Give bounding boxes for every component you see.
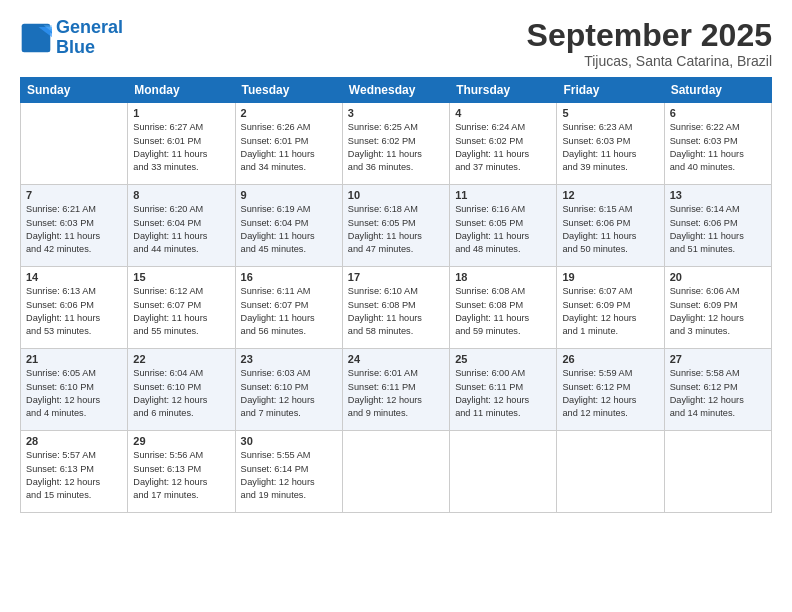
calendar-cell: 28Sunrise: 5:57 AM Sunset: 6:13 PM Dayli… [21, 431, 128, 513]
day-number: 12 [562, 189, 658, 201]
logo-line2: Blue [56, 37, 95, 57]
calendar-week-2: 7Sunrise: 6:21 AM Sunset: 6:03 PM Daylig… [21, 185, 772, 267]
calendar-cell: 20Sunrise: 6:06 AM Sunset: 6:09 PM Dayli… [664, 267, 771, 349]
calendar-cell: 1Sunrise: 6:27 AM Sunset: 6:01 PM Daylig… [128, 103, 235, 185]
calendar-cell: 12Sunrise: 6:15 AM Sunset: 6:06 PM Dayli… [557, 185, 664, 267]
calendar-cell [21, 103, 128, 185]
day-info: Sunrise: 6:22 AM Sunset: 6:03 PM Dayligh… [670, 121, 766, 174]
day-number: 2 [241, 107, 337, 119]
month-title: September 2025 [527, 18, 772, 53]
header: General Blue September 2025 Tijucas, San… [20, 18, 772, 69]
day-number: 18 [455, 271, 551, 283]
day-info: Sunrise: 6:10 AM Sunset: 6:08 PM Dayligh… [348, 285, 444, 338]
calendar-cell: 18Sunrise: 6:08 AM Sunset: 6:08 PM Dayli… [450, 267, 557, 349]
day-info: Sunrise: 6:25 AM Sunset: 6:02 PM Dayligh… [348, 121, 444, 174]
day-number: 24 [348, 353, 444, 365]
day-info: Sunrise: 5:59 AM Sunset: 6:12 PM Dayligh… [562, 367, 658, 420]
day-number: 6 [670, 107, 766, 119]
day-number: 21 [26, 353, 122, 365]
calendar-cell [664, 431, 771, 513]
calendar-cell: 2Sunrise: 6:26 AM Sunset: 6:01 PM Daylig… [235, 103, 342, 185]
calendar-cell [342, 431, 449, 513]
day-info: Sunrise: 5:57 AM Sunset: 6:13 PM Dayligh… [26, 449, 122, 502]
day-number: 4 [455, 107, 551, 119]
day-info: Sunrise: 5:55 AM Sunset: 6:14 PM Dayligh… [241, 449, 337, 502]
calendar-week-5: 28Sunrise: 5:57 AM Sunset: 6:13 PM Dayli… [21, 431, 772, 513]
calendar-cell: 16Sunrise: 6:11 AM Sunset: 6:07 PM Dayli… [235, 267, 342, 349]
day-number: 29 [133, 435, 229, 447]
day-info: Sunrise: 6:12 AM Sunset: 6:07 PM Dayligh… [133, 285, 229, 338]
day-number: 26 [562, 353, 658, 365]
calendar-table: SundayMondayTuesdayWednesdayThursdayFrid… [20, 77, 772, 513]
header-row: SundayMondayTuesdayWednesdayThursdayFrid… [21, 78, 772, 103]
day-number: 8 [133, 189, 229, 201]
day-info: Sunrise: 6:21 AM Sunset: 6:03 PM Dayligh… [26, 203, 122, 256]
day-info: Sunrise: 6:06 AM Sunset: 6:09 PM Dayligh… [670, 285, 766, 338]
day-number: 28 [26, 435, 122, 447]
calendar-cell: 5Sunrise: 6:23 AM Sunset: 6:03 PM Daylig… [557, 103, 664, 185]
calendar-cell: 30Sunrise: 5:55 AM Sunset: 6:14 PM Dayli… [235, 431, 342, 513]
day-info: Sunrise: 6:11 AM Sunset: 6:07 PM Dayligh… [241, 285, 337, 338]
logo: General Blue [20, 18, 123, 58]
day-info: Sunrise: 6:08 AM Sunset: 6:08 PM Dayligh… [455, 285, 551, 338]
day-number: 27 [670, 353, 766, 365]
day-number: 13 [670, 189, 766, 201]
day-number: 25 [455, 353, 551, 365]
day-number: 17 [348, 271, 444, 283]
calendar-cell: 11Sunrise: 6:16 AM Sunset: 6:05 PM Dayli… [450, 185, 557, 267]
calendar-cell: 15Sunrise: 6:12 AM Sunset: 6:07 PM Dayli… [128, 267, 235, 349]
day-number: 22 [133, 353, 229, 365]
calendar-cell: 21Sunrise: 6:05 AM Sunset: 6:10 PM Dayli… [21, 349, 128, 431]
day-info: Sunrise: 6:00 AM Sunset: 6:11 PM Dayligh… [455, 367, 551, 420]
title-block: September 2025 Tijucas, Santa Catarina, … [527, 18, 772, 69]
day-info: Sunrise: 6:18 AM Sunset: 6:05 PM Dayligh… [348, 203, 444, 256]
logo-icon [20, 22, 52, 54]
day-info: Sunrise: 5:56 AM Sunset: 6:13 PM Dayligh… [133, 449, 229, 502]
day-number: 15 [133, 271, 229, 283]
calendar-cell: 22Sunrise: 6:04 AM Sunset: 6:10 PM Dayli… [128, 349, 235, 431]
day-number: 14 [26, 271, 122, 283]
calendar-cell [450, 431, 557, 513]
calendar-cell: 19Sunrise: 6:07 AM Sunset: 6:09 PM Dayli… [557, 267, 664, 349]
calendar-cell: 10Sunrise: 6:18 AM Sunset: 6:05 PM Dayli… [342, 185, 449, 267]
calendar-cell: 26Sunrise: 5:59 AM Sunset: 6:12 PM Dayli… [557, 349, 664, 431]
day-header-friday: Friday [557, 78, 664, 103]
day-info: Sunrise: 6:24 AM Sunset: 6:02 PM Dayligh… [455, 121, 551, 174]
day-info: Sunrise: 6:01 AM Sunset: 6:11 PM Dayligh… [348, 367, 444, 420]
calendar-week-4: 21Sunrise: 6:05 AM Sunset: 6:10 PM Dayli… [21, 349, 772, 431]
day-number: 19 [562, 271, 658, 283]
day-number: 10 [348, 189, 444, 201]
day-number: 9 [241, 189, 337, 201]
day-header-tuesday: Tuesday [235, 78, 342, 103]
calendar-cell: 6Sunrise: 6:22 AM Sunset: 6:03 PM Daylig… [664, 103, 771, 185]
calendar-week-1: 1Sunrise: 6:27 AM Sunset: 6:01 PM Daylig… [21, 103, 772, 185]
calendar-cell: 14Sunrise: 6:13 AM Sunset: 6:06 PM Dayli… [21, 267, 128, 349]
day-info: Sunrise: 6:14 AM Sunset: 6:06 PM Dayligh… [670, 203, 766, 256]
calendar-cell: 4Sunrise: 6:24 AM Sunset: 6:02 PM Daylig… [450, 103, 557, 185]
day-info: Sunrise: 6:20 AM Sunset: 6:04 PM Dayligh… [133, 203, 229, 256]
calendar-cell: 17Sunrise: 6:10 AM Sunset: 6:08 PM Dayli… [342, 267, 449, 349]
logo-line1: General [56, 17, 123, 37]
calendar-cell: 3Sunrise: 6:25 AM Sunset: 6:02 PM Daylig… [342, 103, 449, 185]
calendar-week-3: 14Sunrise: 6:13 AM Sunset: 6:06 PM Dayli… [21, 267, 772, 349]
day-info: Sunrise: 6:27 AM Sunset: 6:01 PM Dayligh… [133, 121, 229, 174]
day-info: Sunrise: 6:19 AM Sunset: 6:04 PM Dayligh… [241, 203, 337, 256]
day-number: 16 [241, 271, 337, 283]
logo-text: General Blue [56, 18, 123, 58]
day-info: Sunrise: 6:26 AM Sunset: 6:01 PM Dayligh… [241, 121, 337, 174]
day-number: 23 [241, 353, 337, 365]
calendar-cell: 23Sunrise: 6:03 AM Sunset: 6:10 PM Dayli… [235, 349, 342, 431]
day-info: Sunrise: 6:15 AM Sunset: 6:06 PM Dayligh… [562, 203, 658, 256]
day-number: 5 [562, 107, 658, 119]
calendar-cell [557, 431, 664, 513]
calendar-cell: 27Sunrise: 5:58 AM Sunset: 6:12 PM Dayli… [664, 349, 771, 431]
day-header-sunday: Sunday [21, 78, 128, 103]
day-number: 30 [241, 435, 337, 447]
page: General Blue September 2025 Tijucas, San… [0, 0, 792, 612]
day-number: 11 [455, 189, 551, 201]
day-number: 3 [348, 107, 444, 119]
day-header-wednesday: Wednesday [342, 78, 449, 103]
day-header-saturday: Saturday [664, 78, 771, 103]
day-info: Sunrise: 6:16 AM Sunset: 6:05 PM Dayligh… [455, 203, 551, 256]
calendar-cell: 8Sunrise: 6:20 AM Sunset: 6:04 PM Daylig… [128, 185, 235, 267]
